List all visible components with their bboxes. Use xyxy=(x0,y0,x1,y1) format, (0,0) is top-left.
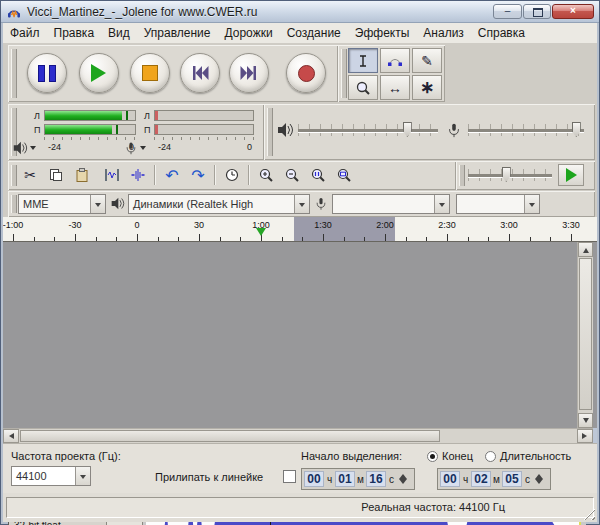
selection-duration-radio[interactable] xyxy=(485,451,496,462)
time-digit[interactable]: 02 xyxy=(471,471,491,487)
skip-to-end-button[interactable] xyxy=(229,53,269,93)
project-rate-label: Частота проекта (Гц): xyxy=(11,450,121,462)
minimize-button[interactable]: – xyxy=(493,4,522,19)
menu-item-9[interactable]: Справка xyxy=(471,24,532,43)
output-meter-peak-right xyxy=(116,125,118,134)
trim-icon xyxy=(104,167,120,183)
skip-to-start-button[interactable] xyxy=(180,53,220,93)
horizontal-scroll-thumb[interactable] xyxy=(20,430,440,442)
menu-item-7[interactable]: Эффекты xyxy=(348,24,417,43)
zoom-in-icon xyxy=(258,167,274,183)
maximize-button[interactable] xyxy=(523,4,551,19)
toolbar-grip[interactable] xyxy=(11,165,17,186)
vertical-scrollbar[interactable] xyxy=(577,242,593,428)
toolbar-grip[interactable] xyxy=(341,49,347,98)
spinner-down-icon[interactable] xyxy=(399,479,407,488)
spinner-down-icon[interactable] xyxy=(535,479,543,488)
input-volume-slider[interactable] xyxy=(468,120,584,140)
silence-selection-button[interactable] xyxy=(126,163,150,187)
project-rate-select[interactable]: 44100 xyxy=(11,466,91,486)
pause-button[interactable] xyxy=(27,53,67,93)
time-unit: ч xyxy=(460,474,471,485)
draw-tool-button[interactable]: ✎ xyxy=(412,48,442,73)
selection-tool-button[interactable] xyxy=(348,48,378,73)
stop-button[interactable] xyxy=(130,53,170,93)
time-digit[interactable]: 00 xyxy=(440,471,460,487)
horizontal-scrollbar[interactable] xyxy=(3,428,593,443)
ruler-tick xyxy=(240,237,241,241)
arrow-down-icon xyxy=(583,418,589,426)
undo-button[interactable]: ↶ xyxy=(160,163,184,187)
menu-item-2[interactable]: Правка xyxy=(47,24,102,43)
menu-item-4[interactable]: Управление xyxy=(137,24,218,43)
selection-start-field[interactable]: 00ч01м16с xyxy=(301,468,415,490)
ruler-tick xyxy=(364,237,365,241)
time-spinner[interactable] xyxy=(398,470,409,488)
menu-item-1[interactable]: Файл xyxy=(3,24,47,43)
multi-tool-button[interactable]: ∗ xyxy=(412,75,442,100)
selection-end-field[interactable]: 00ч02м05с xyxy=(437,468,551,490)
timeshift-tool-button[interactable]: ↔ xyxy=(380,75,410,100)
output-device-select[interactable]: Динамики (Realtek High xyxy=(128,194,310,214)
cut-button[interactable]: ✂ xyxy=(18,163,42,187)
scroll-down-button[interactable] xyxy=(578,413,593,428)
input-channels-select[interactable] xyxy=(456,194,540,214)
input-meter-left-label: Л xyxy=(144,111,150,121)
playhead-indicator[interactable] xyxy=(256,228,266,241)
audio-host-select[interactable]: MME xyxy=(18,194,106,214)
input-meter-left[interactable] xyxy=(154,110,254,121)
zoom-out-button[interactable] xyxy=(280,163,304,187)
zoom-tool-button[interactable] xyxy=(348,75,378,100)
toolbar-grip[interactable] xyxy=(267,108,273,156)
redo-icon: ↷ xyxy=(191,166,204,185)
close-button[interactable]: × xyxy=(552,4,594,19)
input-device-select[interactable] xyxy=(332,194,450,214)
envelope-tool-button[interactable] xyxy=(380,48,410,73)
scroll-right-button[interactable] xyxy=(577,429,593,443)
time-digit[interactable]: 05 xyxy=(502,471,522,487)
sync-lock-button[interactable] xyxy=(220,163,244,187)
time-digit[interactable]: 00 xyxy=(304,471,324,487)
time-unit: с xyxy=(522,474,533,485)
output-meter-right[interactable] xyxy=(44,124,136,135)
fit-project-button[interactable] xyxy=(332,163,356,187)
record-button[interactable] xyxy=(286,53,326,93)
toolbar-grip[interactable] xyxy=(459,165,465,186)
output-meter-left[interactable] xyxy=(44,110,136,121)
redo-button[interactable]: ↷ xyxy=(186,163,210,187)
title-bar[interactable]: Vicci_Martinez_-_Jolene for www.CWER.ru … xyxy=(1,1,599,23)
play-speed-slider[interactable] xyxy=(468,165,552,185)
menu-item-6[interactable]: Создание xyxy=(280,24,348,43)
scroll-left-button[interactable] xyxy=(3,429,19,443)
time-spinner[interactable] xyxy=(534,470,545,488)
input-scale-min: -24 xyxy=(158,142,171,152)
paste-button[interactable] xyxy=(70,163,94,187)
fit-selection-button[interactable] xyxy=(306,163,330,187)
input-meter-menu-button[interactable] xyxy=(124,140,146,156)
snap-to-checkbox[interactable] xyxy=(283,470,296,483)
menu-item-8[interactable]: Анализ xyxy=(416,24,471,43)
toolbar-grip[interactable] xyxy=(11,195,17,213)
output-volume-slider[interactable] xyxy=(298,120,438,140)
timeline-ruler[interactable]: -1:00-300301:001:302:002:303:003:30 xyxy=(3,217,597,242)
trim-outside-selection-button[interactable] xyxy=(100,163,124,187)
play-at-speed-button[interactable] xyxy=(558,164,584,186)
ruler-tick xyxy=(34,237,35,241)
menu-item-5[interactable]: Дорожки xyxy=(218,24,280,43)
spinner-up-icon[interactable] xyxy=(535,470,543,479)
toolbar-grip[interactable] xyxy=(11,49,17,98)
ruler-tick xyxy=(116,237,117,241)
zoom-in-button[interactable] xyxy=(254,163,278,187)
vertical-scroll-thumb[interactable] xyxy=(579,258,592,410)
play-button[interactable] xyxy=(79,53,119,93)
scroll-up-button[interactable] xyxy=(578,242,593,257)
input-meter-right[interactable] xyxy=(154,124,254,135)
output-meter-menu-button[interactable] xyxy=(12,140,36,156)
time-digit[interactable]: 01 xyxy=(335,471,355,487)
selection-end-radio[interactable] xyxy=(427,451,438,462)
menu-item-3[interactable]: Вид xyxy=(101,24,137,43)
ruler-label: 0 xyxy=(134,220,139,230)
time-digit[interactable]: 16 xyxy=(366,471,386,487)
copy-button[interactable] xyxy=(44,163,68,187)
spinner-up-icon[interactable] xyxy=(399,470,407,479)
